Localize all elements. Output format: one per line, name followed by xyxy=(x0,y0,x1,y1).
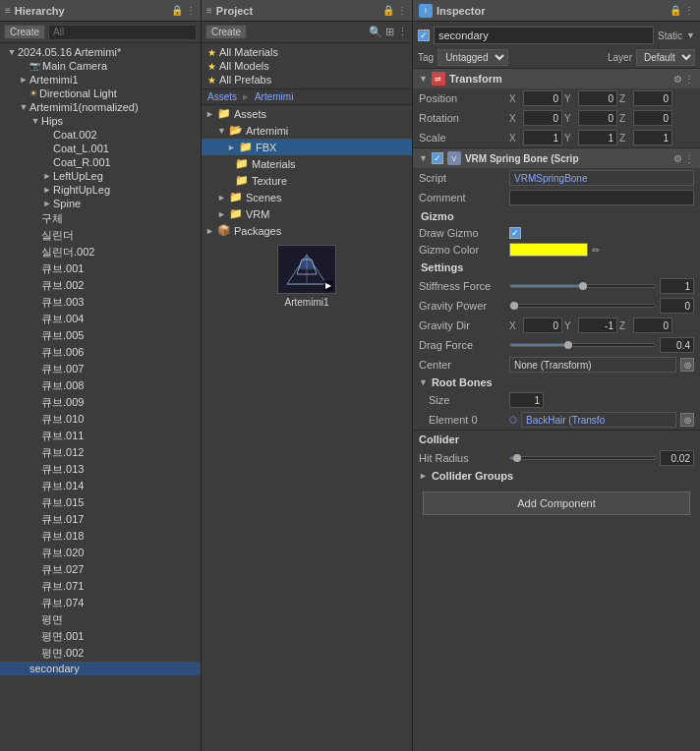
layer-dropdown[interactable]: Default xyxy=(636,49,695,66)
add-component-button[interactable]: Add Component xyxy=(423,491,690,515)
tree-item-dir-light[interactable]: ☀ Directional Light xyxy=(0,87,201,100)
tree-item-cube018[interactable]: 큐브.018 xyxy=(0,528,201,545)
fav-item-all-prefabs[interactable]: ★ All Prefabs xyxy=(202,73,412,87)
hit-radius-value[interactable] xyxy=(660,450,694,466)
element0-input[interactable] xyxy=(521,412,676,428)
tree-item-cube013[interactable]: 큐브.013 xyxy=(0,461,201,478)
inspector-menu-icon[interactable]: ⋮ xyxy=(684,5,694,16)
vrm-spring-bone-header[interactable]: ▼ V VRM Spring Bone (Scrip ⚙ ⋮ xyxy=(413,147,700,168)
drag-force-value[interactable] xyxy=(660,337,694,353)
project-menu-icon[interactable]: ⋮ xyxy=(397,5,407,16)
tree-item-cube012[interactable]: 큐브.012 xyxy=(0,444,201,461)
tree-item-cube027[interactable]: 큐브.027 xyxy=(0,561,201,578)
more-icon[interactable]: ⋮ xyxy=(397,26,408,38)
comment-input[interactable] xyxy=(509,190,694,205)
tree-item-cube020[interactable]: 큐브.020 xyxy=(0,545,201,561)
position-x-input[interactable] xyxy=(523,90,562,106)
gravity-dir-z-input[interactable] xyxy=(633,318,672,333)
tree-item-cube003[interactable]: 큐브.003 xyxy=(0,294,201,311)
folder-scenes[interactable]: ► 📁 Scenes xyxy=(202,189,412,205)
stiffness-force-slider[interactable] xyxy=(509,279,656,293)
gravity-dir-y-input[interactable] xyxy=(578,318,617,333)
tree-item-cube017[interactable]: 큐브.017 xyxy=(0,511,201,528)
tree-item-cube007[interactable]: 큐브.007 xyxy=(0,361,201,377)
tree-item-cube005[interactable]: 큐브.005 xyxy=(0,327,201,344)
vrm-menu-icon[interactable]: ⋮ xyxy=(684,153,694,164)
scale-z-input[interactable] xyxy=(633,130,672,145)
tree-item-cube004[interactable]: 큐브.004 xyxy=(0,311,201,327)
tree-item-cube010[interactable]: 큐브.010 xyxy=(0,411,201,428)
tree-item-plane001[interactable]: 평면.001 xyxy=(0,628,201,645)
tree-item-coat002[interactable]: Coat.002 xyxy=(0,128,201,142)
tree-item-scene[interactable]: ▼ 2024.05.16 Artemimi* xyxy=(0,45,201,59)
tree-item-rightupleg[interactable]: ► RightUpLeg xyxy=(0,183,201,197)
collider-groups-header[interactable]: ► Collider Groups xyxy=(413,468,700,484)
drag-force-slider[interactable] xyxy=(509,338,656,352)
gravity-dir-x-input[interactable] xyxy=(523,318,562,333)
hierarchy-menu-icon[interactable]: ⋮ xyxy=(186,5,196,16)
tag-dropdown[interactable]: Untagged xyxy=(438,49,508,66)
pencil-icon[interactable]: ✏ xyxy=(592,245,600,256)
tree-item-cube006[interactable]: 큐브.006 xyxy=(0,344,201,361)
project-create-button[interactable]: Create xyxy=(205,25,247,39)
hierarchy-lock-icon[interactable]: 🔒 xyxy=(171,5,183,16)
project-lock-icon[interactable]: 🔒 xyxy=(382,5,394,16)
static-dropdown-icon[interactable]: ▼ xyxy=(686,30,695,40)
tree-item-cube015[interactable]: 큐브.015 xyxy=(0,494,201,511)
search-icon[interactable]: 🔍 xyxy=(369,26,382,38)
element0-select-button[interactable]: ◎ xyxy=(680,413,694,427)
tree-item-artemimi-norm[interactable]: ▼ Artemimi1(normalized) xyxy=(0,100,201,114)
tree-item-main-camera[interactable]: 📷 Main Camera xyxy=(0,59,201,73)
tree-item-plane002[interactable]: 평면.002 xyxy=(0,645,201,662)
hit-radius-slider[interactable] xyxy=(509,451,656,465)
gravity-power-slider[interactable] xyxy=(509,299,656,313)
tree-item-cube-group[interactable]: 구체 xyxy=(0,210,201,227)
breadcrumb-assets[interactable]: Assets xyxy=(207,91,237,102)
object-active-checkbox[interactable] xyxy=(418,29,430,41)
center-select-button[interactable]: ◎ xyxy=(680,358,694,372)
transform-settings-icon[interactable]: ⚙ xyxy=(673,74,682,85)
transform-section-header[interactable]: ▼ ⇄ Transform ⚙ ⋮ xyxy=(413,68,700,88)
hierarchy-search-input[interactable] xyxy=(48,25,197,40)
gravity-power-value[interactable] xyxy=(660,298,694,314)
tree-item-hips[interactable]: ▼ Hips xyxy=(0,114,201,128)
fav-item-all-materials[interactable]: ★ All Materials xyxy=(202,45,412,59)
vrm-settings-icon[interactable]: ⚙ xyxy=(673,153,682,164)
position-y-input[interactable] xyxy=(578,90,617,106)
size-input[interactable] xyxy=(509,392,544,408)
tree-item-coat-r001[interactable]: Coat_R.001 xyxy=(0,155,201,169)
collider-section-header[interactable]: Collider xyxy=(413,430,700,448)
tree-item-cube008[interactable]: 큐브.008 xyxy=(0,377,201,394)
folder-artemimi[interactable]: ▼ 📂 Artemimi xyxy=(202,122,412,139)
vrm-active-checkbox[interactable] xyxy=(432,152,443,164)
tree-item-cube009[interactable]: 큐브.009 xyxy=(0,394,201,411)
file-fbx[interactable]: ► 📁 FBX xyxy=(202,139,412,155)
script-input[interactable] xyxy=(509,170,694,186)
folder-packages[interactable]: ► 📦 Packages xyxy=(202,222,412,239)
tree-item-secondary[interactable]: secondary xyxy=(0,662,201,675)
asset-thumbnail[interactable]: ▶ xyxy=(277,245,336,294)
tree-item-coat-l001[interactable]: Coat_L.001 xyxy=(0,142,201,155)
tree-item-cube014[interactable]: 큐브.014 xyxy=(0,478,201,494)
rotation-x-input[interactable] xyxy=(523,110,562,126)
stiffness-force-value[interactable] xyxy=(660,278,694,294)
breadcrumb-artemimi[interactable]: Artemimi xyxy=(255,91,293,102)
tree-item-cylinder002[interactable]: 실린더.002 xyxy=(0,244,201,260)
tree-item-cube074[interactable]: 큐브.074 xyxy=(0,595,201,611)
layout-icon[interactable]: ⊞ xyxy=(385,26,394,38)
fav-item-all-models[interactable]: ★ All Models xyxy=(202,59,412,73)
tree-item-plane[interactable]: 평면 xyxy=(0,611,201,628)
draw-gizmo-checkbox[interactable] xyxy=(509,227,521,239)
center-input[interactable] xyxy=(509,357,676,373)
folder-materials[interactable]: 📁 Materials xyxy=(202,155,412,172)
rotation-z-input[interactable] xyxy=(633,110,672,126)
object-name-input[interactable] xyxy=(434,27,654,44)
tree-item-cube001[interactable]: 큐브.001 xyxy=(0,260,201,277)
root-bones-header[interactable]: ▼ Root Bones xyxy=(413,375,700,390)
rotation-y-input[interactable] xyxy=(578,110,617,126)
folder-texture[interactable]: 📁 Texture xyxy=(202,172,412,189)
hierarchy-create-button[interactable]: Create xyxy=(4,25,45,39)
folder-vrm[interactable]: ► 📁 VRM xyxy=(202,205,412,222)
tree-item-cube011[interactable]: 큐브.011 xyxy=(0,428,201,444)
tree-item-artemimi1[interactable]: ► Artemimi1 xyxy=(0,73,201,87)
